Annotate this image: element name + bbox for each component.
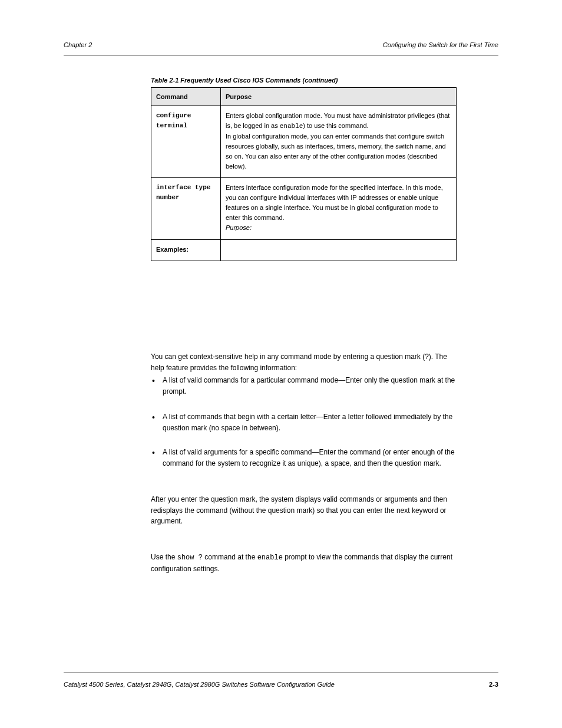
footer-rule [64,673,498,673]
footer-doc-title: Catalyst 4500 Series, Catalyst 2948G, Ca… [64,681,335,688]
bullet-list-args: A list of valid arguments for a specific… [163,447,456,469]
bullet-list-all-commands: A list of valid commands for a particula… [163,375,456,397]
header-left: Chapter 2 [64,41,92,48]
table-row: Examples: [151,239,457,261]
header-right: Configuring the Switch for the First Tim… [383,41,498,48]
table-row: configure terminal Enters global configu… [151,106,457,178]
cmd-interface: interface type number [151,178,221,239]
table-row: interface type number Enters interface c… [151,178,457,239]
table-caption: Table 2-1 Frequently Used Cisco IOS Comm… [151,77,338,84]
body-paragraph-help-intro: You can get context-sensitive help in an… [151,351,456,373]
bullet-list-prefix: A list of commands that begin with a cer… [163,411,456,433]
desc-examples [221,239,457,261]
body-paragraph-show: Use the show ? command at the enable pro… [151,552,456,574]
page-footer: Catalyst 4500 Series, Catalyst 2948G, Ca… [64,681,498,688]
desc-configure-terminal: Enters global configuration mode. You mu… [221,106,457,178]
footer-page-number: 2-3 [489,681,498,688]
col-header-purpose: Purpose [221,88,457,106]
cmd-examples: Examples: [151,239,221,261]
header-rule [64,55,498,55]
commands-table: Command Purpose configure terminal Enter… [151,87,457,261]
cmd-configure-terminal: configure terminal [151,106,221,178]
desc-interface: Enters interface configuration mode for … [221,178,457,239]
body-paragraph-redisplay: After you enter the question mark, the s… [151,494,456,527]
col-header-command: Command [151,88,221,106]
page-header: Chapter 2 Configuring the Switch for the… [64,41,498,48]
table-header-row: Command Purpose [151,88,457,106]
